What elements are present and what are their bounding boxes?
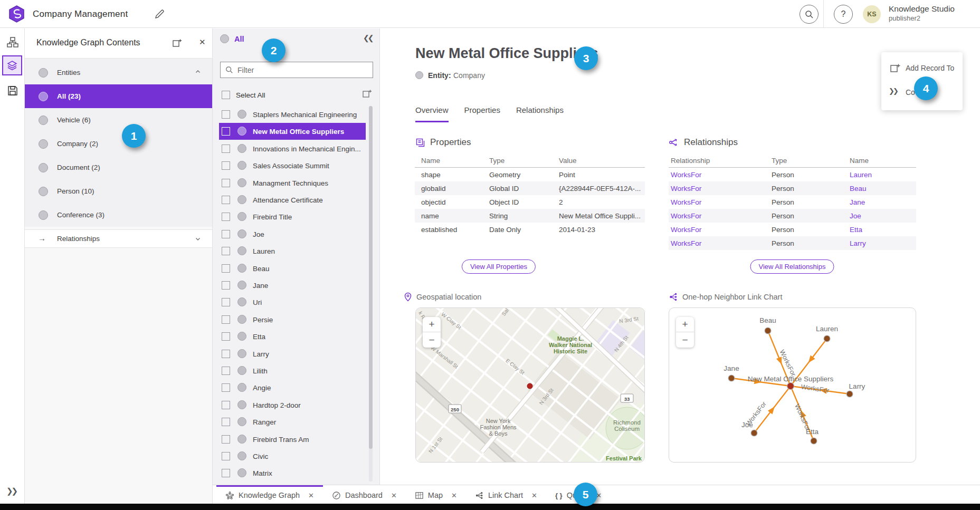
chart-zoom-in-button[interactable]: + <box>676 317 694 332</box>
entity-type-row[interactable]: Company (2) <box>25 132 212 156</box>
item-checkbox[interactable] <box>222 247 230 255</box>
item-checkbox[interactable] <box>222 332 230 341</box>
zoom-out-button[interactable]: − <box>423 332 441 348</box>
table-cell[interactable]: Joe <box>850 212 861 220</box>
map-canvas[interactable]: W Clay StW Marshall StE Clay StN 3rd StN… <box>416 308 645 463</box>
table-cell[interactable]: Lauren <box>850 171 872 179</box>
table-cell[interactable]: WorksFor <box>671 239 701 247</box>
table-cell[interactable]: Larry <box>850 239 866 247</box>
item-checkbox[interactable] <box>222 383 230 392</box>
item-checkbox[interactable] <box>222 367 230 375</box>
list-item[interactable]: New Metal Office Suppliers <box>219 123 366 140</box>
close-tab-icon[interactable]: ✕ <box>308 492 314 499</box>
close-tab-icon[interactable]: ✕ <box>451 492 457 499</box>
list-item[interactable]: Lilith <box>213 362 373 379</box>
search-button[interactable] <box>800 5 819 24</box>
list-item[interactable]: Managment Techniques <box>213 175 373 191</box>
chart-node-label[interactable]: Lauren <box>816 325 838 333</box>
item-checkbox[interactable] <box>222 196 230 204</box>
list-item[interactable]: Etta <box>213 328 373 345</box>
list-item[interactable]: Matrix <box>213 465 373 482</box>
list-item[interactable]: Beau <box>213 260 373 277</box>
item-checkbox[interactable] <box>222 401 230 409</box>
item-checkbox[interactable] <box>222 350 230 358</box>
list-item[interactable]: Angie <box>213 379 373 396</box>
item-checkbox[interactable] <box>222 161 230 170</box>
item-checkbox[interactable] <box>222 110 230 119</box>
table-cell[interactable]: WorksFor <box>671 226 701 234</box>
item-checkbox[interactable] <box>222 264 230 273</box>
chart-zoom-out-button[interactable]: − <box>676 332 694 348</box>
hierarchy-icon[interactable] <box>6 36 19 49</box>
add-selection-icon[interactable] <box>361 89 372 99</box>
close-tab-icon[interactable]: ✕ <box>531 492 537 499</box>
select-all-row[interactable]: Select All <box>222 91 371 100</box>
bottom-tab-dashboard[interactable]: Dashboard✕ <box>323 485 406 504</box>
bottom-tab-knowledge-graph[interactable]: Knowledge Graph✕ <box>216 485 323 504</box>
list-item[interactable]: Staplers Mechanical Engineering <box>213 106 373 123</box>
entity-type-row[interactable]: Vehicle (6) <box>25 108 212 132</box>
item-checkbox[interactable] <box>222 315 230 324</box>
list-item[interactable]: Hardtop 2-door <box>213 397 373 413</box>
select-all-checkbox[interactable] <box>222 91 230 99</box>
chart-zoom-control[interactable]: + − <box>676 317 694 348</box>
item-checkbox[interactable] <box>222 230 230 238</box>
chart-center-label[interactable]: New Metal Office Suppliers <box>748 375 834 383</box>
list-item[interactable]: Attendance Certificate <box>213 191 373 208</box>
list-item[interactable]: Larry <box>213 345 373 362</box>
list-item[interactable]: Persie <box>213 311 373 328</box>
list-item[interactable]: Lauren <box>213 243 373 259</box>
entity-type-row[interactable]: Document (2) <box>25 156 212 179</box>
close-panel-icon[interactable]: ✕ <box>199 37 206 47</box>
close-tab-icon[interactable]: ✕ <box>391 492 397 499</box>
view-all-properties-button[interactable]: View All Properties <box>462 259 536 274</box>
map-zoom-control[interactable]: + − <box>423 317 441 348</box>
list-item[interactable]: Ranger <box>213 413 373 430</box>
save-icon[interactable] <box>6 84 19 97</box>
filter-input[interactable]: Filter <box>220 62 373 78</box>
expand-rail-icon[interactable]: ❯❯ <box>6 486 16 496</box>
table-cell[interactable]: WorksFor <box>671 171 701 179</box>
tab-overview[interactable]: Overview <box>415 105 449 122</box>
table-cell[interactable]: Jane <box>850 198 865 206</box>
item-checkbox[interactable] <box>222 298 230 306</box>
avatar[interactable]: KS <box>863 5 881 23</box>
item-checkbox[interactable] <box>222 435 230 444</box>
item-checkbox[interactable] <box>222 179 230 187</box>
map-card[interactable]: + − W Clay StW Marshall StE Clay StN 3rd… <box>415 307 645 463</box>
item-checkbox[interactable] <box>222 418 230 426</box>
table-cell[interactable]: Etta <box>850 226 862 234</box>
tab-properties[interactable]: Properties <box>464 105 500 122</box>
layers-tool-active[interactable] <box>2 55 22 75</box>
table-cell[interactable]: WorksFor <box>671 212 701 220</box>
add-to-new-icon[interactable] <box>172 38 182 49</box>
view-all-relationships-button[interactable]: View All Relationships <box>750 259 834 274</box>
list-scrollbar-thumb[interactable] <box>369 106 373 449</box>
table-cell[interactable]: WorksFor <box>671 198 701 206</box>
item-checkbox[interactable] <box>222 452 230 460</box>
table-cell[interactable]: WorksFor <box>671 185 701 193</box>
tab-relationships[interactable]: Relationships <box>516 105 564 122</box>
chart-node-label[interactable]: Larry <box>849 382 865 390</box>
list-item[interactable]: Firebird Trans Am <box>213 431 373 448</box>
chart-node-label[interactable]: Beau <box>759 316 776 324</box>
item-checkbox[interactable] <box>222 469 230 477</box>
zoom-in-button[interactable]: + <box>423 317 441 332</box>
relationships-header-row[interactable]: → Relationships <box>25 229 212 248</box>
help-button[interactable]: ? <box>834 5 853 24</box>
list-item[interactable]: Uri <box>213 294 373 311</box>
bottom-tab-map[interactable]: Map✕ <box>406 485 466 504</box>
list-item[interactable]: Sales Associate Summit <box>213 157 373 174</box>
entity-type-row[interactable]: All (23) <box>25 84 212 108</box>
list-item[interactable]: Civic <box>213 448 373 465</box>
list-item[interactable]: Joe <box>213 226 373 243</box>
list-item[interactable]: Firebird Title <box>213 208 373 225</box>
table-cell[interactable]: Beau <box>850 185 867 193</box>
list-header-label[interactable]: All <box>234 35 244 43</box>
list-item[interactable]: Jane <box>213 277 373 294</box>
bottom-tab-link-chart[interactable]: Link Chart✕ <box>466 485 546 504</box>
list-item[interactable]: Innovations in Mechanical Engin... <box>213 140 373 157</box>
link-chart-canvas[interactable]: BeauWorksForLaurenJaneLarryWorksForJoeWo… <box>669 308 916 463</box>
collapse-panel-icon[interactable]: ❮❮ <box>363 34 372 42</box>
item-checkbox[interactable] <box>222 281 230 290</box>
